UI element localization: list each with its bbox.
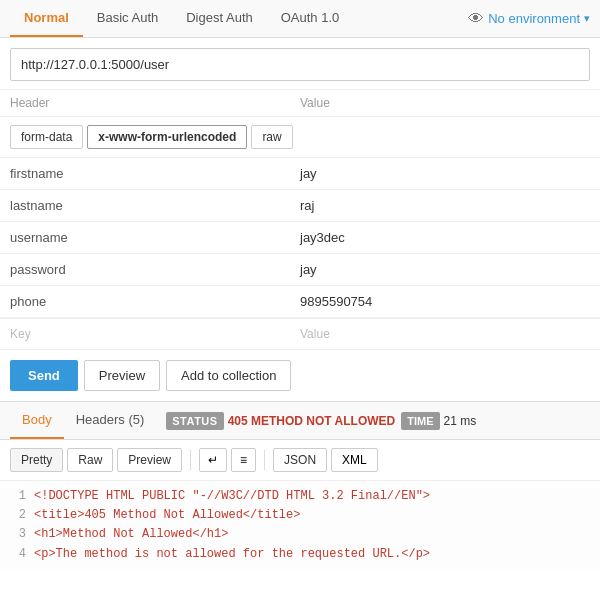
add-to-collection-button[interactable]: Add to collection xyxy=(166,360,291,391)
form-key-username: username xyxy=(10,222,300,253)
res-tab-headers[interactable]: Headers (5) xyxy=(64,402,157,439)
form-key-password: password xyxy=(10,254,300,285)
form-row-username: username jay3dec xyxy=(0,222,600,254)
code-content-2: <title>405 Method Not Allowed</title> xyxy=(34,506,300,525)
form-key-phone: phone xyxy=(10,286,300,317)
wrap-icon-button[interactable]: ↵ xyxy=(199,448,227,472)
action-row: Send Preview Add to collection xyxy=(0,350,600,402)
body-type-row: form-data x-www-form-urlencoded raw xyxy=(0,117,600,158)
response-tabs: Body Headers (5) STATUS 405 METHOD NOT A… xyxy=(0,402,600,440)
time-badge: TIME xyxy=(401,412,439,430)
tab-oauth[interactable]: OAuth 1.0 xyxy=(267,0,354,37)
env-selector[interactable]: 👁 No environment ▾ xyxy=(468,10,590,28)
line-num-2: 2 xyxy=(10,506,26,525)
align-icon-button[interactable]: ≡ xyxy=(231,448,256,472)
preview-button[interactable]: Preview xyxy=(84,360,160,391)
code-line-3: 3 <h1>Method Not Allowed</h1> xyxy=(10,525,590,544)
form-row-phone: phone 9895590754 xyxy=(0,286,600,318)
tab-basic-auth[interactable]: Basic Auth xyxy=(83,0,172,37)
body-type-form-data[interactable]: form-data xyxy=(10,125,83,149)
form-key-firstname: firstname xyxy=(10,158,300,189)
send-button[interactable]: Send xyxy=(10,360,78,391)
status-badge: STATUS xyxy=(166,412,223,430)
line-num-4: 4 xyxy=(10,545,26,564)
tab-normal[interactable]: Normal xyxy=(10,0,83,37)
form-val-firstname: jay xyxy=(300,158,590,189)
header-value-labels: Header Value xyxy=(0,90,600,117)
toolbar-divider2 xyxy=(264,450,265,470)
wrap-icon: ↵ xyxy=(208,453,218,467)
tab-digest-auth[interactable]: Digest Auth xyxy=(172,0,267,37)
resp-btn-preview[interactable]: Preview xyxy=(117,448,182,472)
status-code: 405 METHOD NOT ALLOWED xyxy=(228,414,396,428)
line-num-3: 3 xyxy=(10,525,26,544)
align-icon: ≡ xyxy=(240,453,247,467)
time-value: 21 ms xyxy=(444,414,477,428)
resp-btn-raw[interactable]: Raw xyxy=(67,448,113,472)
fmt-xml-button[interactable]: XML xyxy=(331,448,378,472)
form-val-phone: 9895590754 xyxy=(300,286,590,317)
toolbar-divider xyxy=(190,450,191,470)
form-val-lastname: raj xyxy=(300,190,590,221)
url-input[interactable] xyxy=(10,48,590,81)
footer-value-label: Value xyxy=(300,327,590,341)
resp-toolbar: Pretty Raw Preview ↵ ≡ JSON XML xyxy=(0,440,600,481)
code-content-3: <h1>Method Not Allowed</h1> xyxy=(34,525,228,544)
fmt-json-button[interactable]: JSON xyxy=(273,448,327,472)
line-num-1: 1 xyxy=(10,487,26,506)
code-line-4: 4 <p>The method is not allowed for the r… xyxy=(10,545,590,564)
footer-key-label: Key xyxy=(10,327,300,341)
code-view: 1 <!DOCTYPE HTML PUBLIC "-//W3C//DTD HTM… xyxy=(0,481,600,570)
code-line-2: 2 <title>405 Method Not Allowed</title> xyxy=(10,506,590,525)
eye-icon: 👁 xyxy=(468,10,484,28)
form-key-lastname: lastname xyxy=(10,190,300,221)
key-value-footer: Key Value xyxy=(0,319,600,350)
body-type-raw[interactable]: raw xyxy=(251,125,292,149)
form-val-password: jay xyxy=(300,254,590,285)
value-label: Value xyxy=(300,96,590,110)
env-chevron-icon: ▾ xyxy=(584,12,590,25)
form-row-lastname: lastname raj xyxy=(0,190,600,222)
code-line-1: 1 <!DOCTYPE HTML PUBLIC "-//W3C//DTD HTM… xyxy=(10,487,590,506)
code-content-1: <!DOCTYPE HTML PUBLIC "-//W3C//DTD HTML … xyxy=(34,487,430,506)
body-type-urlencoded[interactable]: x-www-form-urlencoded xyxy=(87,125,247,149)
env-label: No environment xyxy=(488,11,580,26)
form-row-password: password jay xyxy=(0,254,600,286)
resp-btn-pretty[interactable]: Pretty xyxy=(10,448,63,472)
form-fields: firstname jay lastname raj username jay3… xyxy=(0,158,600,319)
form-val-username: jay3dec xyxy=(300,222,590,253)
code-content-4: <p>The method is not allowed for the req… xyxy=(34,545,430,564)
form-row-firstname: firstname jay xyxy=(0,158,600,190)
res-tab-body[interactable]: Body xyxy=(10,402,64,439)
url-bar xyxy=(0,38,600,90)
tabs-bar: Normal Basic Auth Digest Auth OAuth 1.0 … xyxy=(0,0,600,38)
header-label: Header xyxy=(10,96,300,110)
